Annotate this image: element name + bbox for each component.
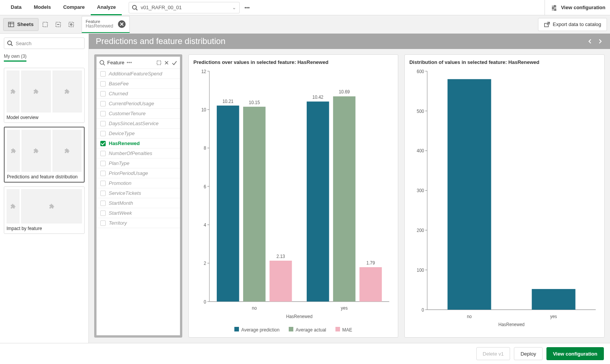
model-search[interactable]: v01_RAFR_00_01 ⌄ bbox=[129, 2, 240, 13]
filter-more[interactable]: ••• bbox=[127, 60, 132, 65]
svg-line-1 bbox=[136, 9, 137, 10]
nav-tab-models[interactable]: Models bbox=[28, 0, 57, 15]
filter-item[interactable]: StartWeek bbox=[96, 208, 180, 218]
top-nav: DataModelsCompareAnalyze v01_RAFR_00_01 … bbox=[0, 0, 610, 15]
thumb-predictions[interactable]: Predictions and feature distribution bbox=[4, 127, 85, 183]
svg-point-20 bbox=[8, 41, 11, 45]
filter-item-label: BaseFee bbox=[109, 81, 129, 87]
search-icon bbox=[132, 5, 137, 10]
svg-point-22 bbox=[100, 60, 104, 64]
view-config-label: View configuration bbox=[561, 5, 605, 10]
nav-tabs: DataModelsCompareAnalyze bbox=[5, 0, 122, 15]
svg-text:2.13: 2.13 bbox=[276, 253, 285, 259]
filter-item[interactable]: StartMonth bbox=[96, 198, 180, 208]
delete-button[interactable]: Delete v1 bbox=[476, 347, 510, 360]
export-data-button[interactable]: Export data to catalog bbox=[538, 18, 607, 31]
open-tab-feature[interactable]: Feature HasRenewed bbox=[82, 16, 130, 33]
nav-tab-data[interactable]: Data bbox=[5, 0, 28, 15]
checkbox-icon bbox=[100, 101, 106, 106]
filter-item-label: PlanType bbox=[109, 160, 129, 166]
bookmark-tool-2[interactable] bbox=[52, 18, 65, 31]
checkbox-icon bbox=[100, 81, 106, 87]
svg-text:no: no bbox=[252, 305, 257, 311]
thumb-label: Impact by feature bbox=[7, 226, 82, 231]
svg-text:1.79: 1.79 bbox=[366, 260, 375, 266]
checkbox-icon bbox=[100, 161, 106, 166]
close-icon bbox=[120, 22, 124, 26]
thumb-impact[interactable]: Impact by feature bbox=[4, 186, 85, 234]
lasso-icon[interactable] bbox=[156, 60, 162, 65]
svg-text:4: 4 bbox=[204, 222, 206, 228]
checkbox-icon bbox=[100, 181, 106, 186]
legend-item: Average prediction bbox=[234, 327, 280, 333]
filter-item[interactable]: Promotion bbox=[96, 178, 180, 188]
bookmark-tool-3[interactable] bbox=[65, 18, 78, 31]
svg-rect-43 bbox=[217, 106, 239, 302]
prev-icon[interactable] bbox=[587, 38, 593, 44]
svg-text:400: 400 bbox=[417, 148, 424, 154]
sheets-icon bbox=[8, 21, 14, 28]
export-icon bbox=[544, 21, 550, 28]
thumb-label: Model overview bbox=[7, 115, 82, 120]
search-icon[interactable] bbox=[100, 60, 105, 65]
view-config-top[interactable]: View configuration bbox=[545, 0, 605, 15]
svg-text:12: 12 bbox=[201, 69, 206, 74]
thumb-model-overview[interactable]: Model overview bbox=[4, 68, 85, 123]
legend-item: MAE bbox=[335, 327, 352, 333]
filter-item[interactable]: BaseFee bbox=[96, 79, 180, 89]
more-menu[interactable]: ••• bbox=[244, 5, 250, 10]
svg-text:10.69: 10.69 bbox=[339, 89, 350, 95]
filter-item[interactable]: CustomerTenure bbox=[96, 109, 180, 119]
filter-item[interactable]: PriorPeriodUsage bbox=[96, 168, 180, 178]
banner-title: Predictions and feature distribution bbox=[96, 36, 226, 46]
filter-item-label: StartWeek bbox=[109, 210, 132, 216]
chart-distribution: Distribution of values in selected featu… bbox=[404, 54, 605, 338]
svg-text:100: 100 bbox=[417, 267, 424, 273]
filter-item[interactable]: NumberOfPenalties bbox=[96, 149, 180, 158]
filter-item[interactable]: ServiceTickets bbox=[96, 188, 180, 198]
chart1-svg: 02468101210.2110.152.13no10.4210.691.79y… bbox=[193, 67, 393, 325]
filter-item-label: DaysSinceLastService bbox=[109, 121, 159, 126]
filter-item[interactable]: Territory bbox=[96, 218, 180, 228]
checkbox-icon bbox=[100, 211, 106, 216]
svg-text:6: 6 bbox=[204, 184, 206, 189]
close-tab-button[interactable] bbox=[118, 20, 126, 28]
svg-line-23 bbox=[103, 64, 105, 65]
filter-item-label: Promotion bbox=[109, 180, 131, 186]
sliders-icon bbox=[551, 5, 557, 11]
next-icon[interactable] bbox=[597, 38, 603, 44]
view-config-button[interactable]: View configuration bbox=[546, 347, 604, 360]
confirm-icon[interactable] bbox=[172, 60, 177, 65]
sheet-search[interactable]: Search bbox=[4, 38, 85, 49]
filter-item[interactable]: Churned bbox=[96, 89, 180, 99]
checkbox-icon bbox=[100, 71, 106, 77]
filter-panel: Feature ••• AdditionalFeatureSpendBaseFe… bbox=[94, 54, 182, 338]
checkbox-icon bbox=[100, 131, 106, 136]
checkbox-icon bbox=[100, 220, 106, 226]
svg-text:yes: yes bbox=[550, 313, 557, 319]
nav-tab-compare[interactable]: Compare bbox=[57, 0, 91, 15]
filter-item[interactable]: DaysSinceLastService bbox=[96, 119, 180, 129]
tab-value: HasRenewed bbox=[86, 24, 113, 29]
filter-item[interactable]: AdditionalFeatureSpend bbox=[96, 69, 180, 79]
checkbox-icon bbox=[100, 91, 106, 96]
svg-line-21 bbox=[11, 44, 13, 46]
filter-item[interactable]: CurrentPeriodUsage bbox=[96, 99, 180, 109]
filter-item[interactable]: DeviceType bbox=[96, 129, 180, 139]
svg-rect-24 bbox=[157, 61, 161, 65]
svg-text:300: 300 bbox=[417, 188, 424, 194]
sheet-search-placeholder: Search bbox=[16, 41, 31, 46]
filter-item[interactable]: PlanType bbox=[96, 158, 180, 168]
svg-text:200: 200 bbox=[417, 227, 424, 233]
deploy-button[interactable]: Deploy bbox=[514, 347, 542, 360]
svg-rect-52 bbox=[333, 96, 355, 302]
sheets-button[interactable]: Sheets bbox=[3, 18, 39, 31]
clear-icon[interactable] bbox=[164, 60, 169, 65]
filter-item[interactable]: HasRenewed bbox=[96, 139, 180, 149]
svg-text:no: no bbox=[467, 313, 472, 319]
bookmark-tool-1[interactable] bbox=[39, 18, 52, 31]
nav-tab-analyze[interactable]: Analyze bbox=[91, 0, 122, 15]
export-label: Export data to catalog bbox=[553, 21, 601, 27]
chevron-down-icon: ⌄ bbox=[232, 5, 236, 10]
svg-rect-47 bbox=[270, 261, 292, 302]
